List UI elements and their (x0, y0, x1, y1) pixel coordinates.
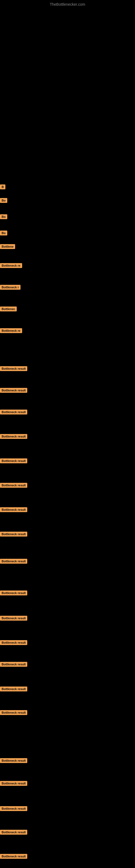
bottleneck-result-label: Bottleneck result (0, 559, 27, 564)
bottleneck-result-label: Bottleneck result (0, 781, 27, 786)
bottleneck-result-label: Bottleneck result (0, 434, 27, 439)
bottleneck-result-label: Bottleneck result (0, 686, 27, 691)
bottleneck-result-label: Bo (0, 230, 7, 236)
bottleneck-result-label: Bottleneck result (0, 458, 27, 463)
bottleneck-result-label: Bottleneck result (0, 758, 27, 763)
bottleneck-result-label: Bottleneck result (0, 410, 27, 414)
bottleneck-result-label: Bottleneck result (0, 854, 27, 859)
bottleneck-result-label: Bottleneck re (0, 263, 22, 268)
bottleneck-result-label: Bottleneck result (0, 532, 27, 536)
bottleneck-result-label: Bottleneck r (0, 285, 20, 290)
bottleneck-result-label: Bottlenec (0, 307, 17, 311)
bottleneck-result-label: Bo (0, 198, 7, 203)
bottleneck-result-label: Bottlene (0, 244, 15, 249)
bottleneck-result-label: Bottleneck result (0, 640, 27, 645)
bottleneck-result-label: B (0, 184, 5, 189)
bottleneck-result-label: Bottleneck result (0, 483, 27, 488)
bottleneck-result-label: Bottleneck result (0, 616, 27, 621)
bottleneck-result-label: Bottleneck result (0, 830, 27, 835)
bottleneck-result-label: Bottleneck result (0, 710, 27, 715)
bottleneck-result-label: Bottleneck result (0, 590, 27, 595)
bottleneck-result-label: Bottleneck result (0, 806, 27, 811)
site-title: TheBottlenecker.com (50, 2, 85, 6)
bottleneck-result-label: Bo (0, 214, 7, 219)
bottleneck-result-label: Bottleneck result (0, 388, 27, 393)
bottleneck-result-label: Bottleneck result (0, 507, 27, 512)
bottleneck-result-label: Bottleneck result (0, 366, 27, 371)
bottleneck-result-label: Bottleneck re (0, 328, 22, 333)
bottleneck-result-label: Bottleneck result (0, 662, 27, 667)
